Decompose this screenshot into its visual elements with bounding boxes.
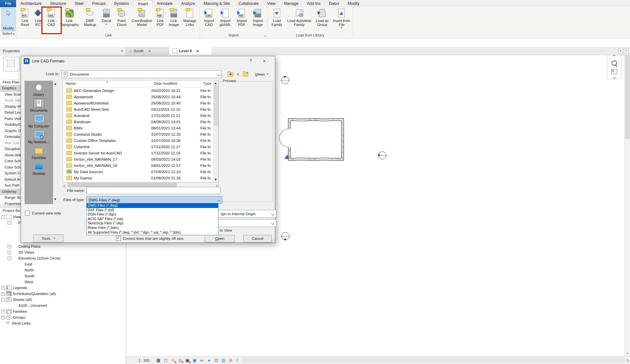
ribbon-button[interactable]: Link Topography ▾ <box>58 8 80 30</box>
tree-expander-icon[interactable]: - <box>8 257 11 260</box>
ribbon-button[interactable]: CAD Link CAD ▾ <box>44 8 58 30</box>
ribbon-button[interactable]: CAD Import CAD ▾ <box>201 8 217 30</box>
delete-button[interactable]: × <box>234 71 241 78</box>
ribbon-tab[interactable]: Insert <box>133 0 152 7</box>
tree-item[interactable]: + Ceiling Plans <box>0 243 126 249</box>
ribbon-tab[interactable]: File <box>0 0 16 7</box>
tree-item[interactable]: - Sheets (all) <box>0 297 126 303</box>
view-control-icon[interactable]: ◎ <box>177 357 183 363</box>
ribbon-button[interactable]: DWF Markup ▾ <box>80 8 100 30</box>
ribbon-tab[interactable]: Steel <box>70 0 88 7</box>
ribbon-tab[interactable]: Add-Ins <box>303 0 325 7</box>
dropdown-option[interactable]: DXF Files (*.dxf) <box>87 208 218 213</box>
ribbon-button[interactable]: Load Family ▾ <box>268 8 285 30</box>
file-row[interactable]: My Games 01/08/2020 21.39 File fo <box>63 175 218 181</box>
select-panel-label[interactable]: Select ▾ <box>0 31 17 36</box>
zoom-icon[interactable] <box>610 59 618 67</box>
open-button[interactable]: Open <box>205 235 235 242</box>
scroll-right-icon[interactable] <box>626 358 630 362</box>
tools-menu-button[interactable]: Tools▾ <box>33 235 63 242</box>
checkbox-checked[interactable] <box>116 236 121 241</box>
tree-expander-icon[interactable]: + <box>1 316 5 319</box>
window-symbol[interactable] <box>320 158 329 161</box>
view-control-icon[interactable]: ⊡ <box>214 357 219 363</box>
places-item[interactable]: Favorites <box>32 146 46 160</box>
tree-item[interactable]: Revit Links <box>0 320 126 326</box>
places-item[interactable]: Desktop <box>33 162 45 175</box>
tree-item[interactable]: - Elevations (12mm Circle) <box>0 255 126 261</box>
type-selector-thumbnail[interactable] <box>3 57 20 71</box>
ribbon-tab[interactable]: Collaborate <box>234 0 263 7</box>
tree-item[interactable]: South <box>0 273 126 279</box>
dropdown-option[interactable]: SketchUp Files (*.skp) <box>87 221 218 226</box>
scale-button[interactable]: 1 : 100 <box>136 358 152 362</box>
view-control-icon[interactable]: ◻ <box>163 357 169 363</box>
up-one-level-button[interactable] <box>227 71 234 78</box>
tree-expander-icon[interactable]: + <box>1 292 5 296</box>
ribbon-button[interactable]: RVT Link Revit ▾ <box>18 8 32 30</box>
door-swing-icon[interactable] <box>279 129 288 138</box>
elevation-marker-south[interactable] <box>281 232 289 240</box>
ribbon-button[interactable]: Import gbXML ▾ <box>217 8 234 30</box>
places-item[interactable]: Documents <box>30 99 47 112</box>
file-row[interactable]: Cyberlink 17/11/2020 12.17 File fo <box>63 144 218 150</box>
scroll-left-icon[interactable] <box>237 359 239 361</box>
vertical-scrollbar[interactable]: ▲ ▼ <box>624 47 630 356</box>
tree-expander-icon[interactable]: + <box>8 245 11 248</box>
modify-button[interactable]: Modify <box>2 8 15 31</box>
ribbon-tab[interactable]: Systems <box>110 0 133 7</box>
tree-expander-icon[interactable]: - <box>1 215 5 219</box>
view-control-icon[interactable]: ∞ <box>199 357 205 363</box>
places-scrollbar[interactable]: ▴▾ <box>53 81 58 202</box>
tree-item[interactable]: + 3D Views <box>0 249 126 255</box>
view-control-icon[interactable]: ▣ <box>192 357 197 363</box>
ribbon-button[interactable]: Link Image ▾ <box>167 8 181 30</box>
close-view-icon[interactable] <box>146 49 151 54</box>
ribbon-button[interactable]: PDF Import PDF ▾ <box>234 8 250 30</box>
ribbon-button[interactable]: Link IFC ▾ <box>32 8 44 30</box>
tree-expander-icon[interactable]: + <box>1 310 5 313</box>
door-swing-icon[interactable] <box>279 138 288 147</box>
floor-plan-walls[interactable] <box>288 118 344 161</box>
elevation-marker-east[interactable] <box>378 151 386 159</box>
file-row[interactable]: AutoCAD Sheet Sets 03/11/2021 12.10 File… <box>63 106 218 112</box>
horizontal-scrollbar[interactable] <box>242 357 625 363</box>
dropdown-option[interactable]: Rhino Files (*.3dm) <box>87 226 218 230</box>
tree-item[interactable]: East <box>0 261 126 267</box>
window-symbol[interactable] <box>297 158 306 161</box>
view-control-icon[interactable]: ⊘ <box>228 357 234 363</box>
ribbon-button[interactable]: Insert from File ▾ <box>331 8 352 30</box>
ribbon-tab[interactable]: Dalux <box>325 0 344 7</box>
cancel-button[interactable]: Cancel <box>243 235 272 242</box>
file-name-input[interactable] <box>86 187 220 194</box>
tree-item[interactable]: A100 - Unnamed <box>0 303 126 308</box>
ribbon-tab[interactable]: Precast <box>88 0 110 7</box>
current-view-only-option[interactable]: Current view only <box>25 211 61 216</box>
ribbon-button[interactable]: Load as Group ▾ <box>313 8 331 30</box>
ribbon-button[interactable]: Import Image ▾ <box>250 8 266 30</box>
file-row[interactable]: AEC Generative Design 25/02/2021 16.21 F… <box>63 87 218 94</box>
places-item[interactable]: My Computer <box>28 115 49 128</box>
window-symbol[interactable] <box>297 118 306 121</box>
panel-expander-icon[interactable]: ↘ <box>263 34 266 38</box>
tree-item[interactable]: North <box>0 267 126 273</box>
dropdown-option[interactable]: All Supported Files (*.dwg, *.dxf, *.dgn… <box>87 230 218 235</box>
chevron-down-icon[interactable] <box>613 76 616 79</box>
close-icon[interactable]: × <box>121 49 123 53</box>
ribbon-tab[interactable]: Manage <box>280 0 303 7</box>
view-control-icon[interactable]: ▥ <box>221 357 226 363</box>
tree-expander-icon[interactable]: + <box>1 286 5 290</box>
ribbon-tab[interactable]: Massing & Site <box>199 0 234 7</box>
checkbox-unchecked[interactable] <box>25 211 30 216</box>
tree-expander-icon[interactable]: - <box>1 298 5 302</box>
file-row[interactable]: Camtasia Studio 31/07/2020 12.20 File fo <box>63 131 218 137</box>
view-control-icon[interactable]: ▣ <box>185 357 190 363</box>
correct-lines-option[interactable]: Correct lines that are slightly off axis <box>116 236 184 241</box>
ribbon-button[interactable]: PDF Link PDF ▾ <box>154 8 167 30</box>
file-row[interactable]: InvSvr_x64_NAVMAN_19 04/01/2022 12.57 Fi… <box>63 162 218 169</box>
dropdown-option[interactable]: DGN Files (*.dgn) <box>87 212 218 217</box>
file-row[interactable]: Custom Office Templates 31/07/2020 16.36… <box>63 137 218 144</box>
ribbon-tab[interactable]: View <box>263 0 280 7</box>
ribbon-button[interactable]: Coordination Model ▾ <box>130 8 154 30</box>
ribbon-tab[interactable]: Structure <box>46 0 70 7</box>
